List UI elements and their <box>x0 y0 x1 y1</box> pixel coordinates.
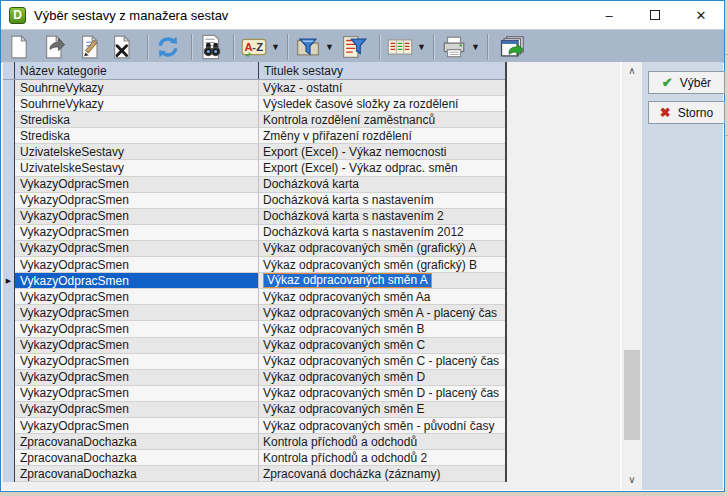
printer-icon <box>441 34 467 60</box>
table-row[interactable]: ZpracovanaDochazka Kontrola příchodů a o… <box>3 450 505 466</box>
cancel-button-label: Storno <box>678 106 713 120</box>
delete-report-button[interactable] <box>111 33 135 61</box>
category-cell: VykazyOdpracSmen <box>15 241 259 257</box>
refresh-icon <box>155 34 181 60</box>
table-row[interactable]: VykazyOdpracSmen Výkaz odpracovaných smě… <box>3 241 505 257</box>
table-row[interactable]: VykazyOdpracSmen Výkaz odpracovaných smě… <box>3 402 505 418</box>
refresh-button[interactable] <box>155 33 181 61</box>
category-cell: VykazyOdpracSmen <box>15 209 259 225</box>
print-button[interactable]: ▼ <box>441 33 480 61</box>
title-text: Výkaz odpracovaných směn D <box>263 370 425 384</box>
category-cell: VykazyOdpracSmen <box>15 370 259 386</box>
filter-list-button[interactable] <box>341 33 367 61</box>
category-cell: SouhrneVykazy <box>15 80 259 96</box>
title-text: Zpracovaná docházka (záznamy) <box>263 467 440 481</box>
table-row[interactable]: VykazyOdpracSmen Docházková karta s nast… <box>3 225 505 241</box>
check-icon: ✔ <box>662 75 673 90</box>
row-indicator-cell <box>3 225 15 241</box>
table-row[interactable]: VykazyOdpracSmen Výkaz odpracovaných smě… <box>3 386 505 402</box>
category-cell: VykazyOdpracSmen <box>15 289 259 305</box>
table-row[interactable]: VykazyOdpracSmen Výkaz odpracovaných smě… <box>3 289 505 305</box>
maximize-button[interactable] <box>632 1 678 29</box>
table-row[interactable]: ZpracovanaDochazka Kontrola příchodů a o… <box>3 434 505 450</box>
table-row[interactable]: VykazyOdpracSmen Výkaz odpracovaných smě… <box>3 321 505 337</box>
table-row[interactable]: ▶ VykazyOdpracSmen Výkaz odpracovaných s… <box>3 273 505 289</box>
chevron-down-icon: ▼ <box>417 42 426 52</box>
table-row[interactable]: SouhrneVykazy Výsledek časové složky za … <box>3 96 505 112</box>
row-indicator-cell <box>3 466 15 482</box>
edit-report-button[interactable] <box>79 33 103 61</box>
minimize-button[interactable]: – <box>586 1 632 29</box>
table-row[interactable]: VykazyOdpracSmen Výkaz odpracovaných smě… <box>3 338 505 354</box>
dialog-content: Název kategorie Titulek sestavy SouhrneV… <box>2 62 723 490</box>
table-row[interactable]: UzivatelskeSestavy Export (Excel) - Výka… <box>3 160 505 176</box>
scrollbar-thumb[interactable] <box>624 350 640 440</box>
table-header: Název kategorie Titulek sestavy <box>3 62 505 80</box>
row-indicator-cell <box>3 193 15 209</box>
table-row[interactable]: UzivatelskeSestavy Export (Excel) - Výka… <box>3 144 505 160</box>
row-indicator-cell <box>3 450 15 466</box>
table-row[interactable]: VykazyOdpracSmen Výkaz odpracovaných smě… <box>3 370 505 386</box>
title-text: Kontrola příchodů a odchodů <box>263 435 417 449</box>
title-cell: Kontrola rozdělení zaměstnanců <box>259 112 505 128</box>
category-cell: SouhrneVykazy <box>15 96 259 112</box>
row-indicator-cell <box>3 289 15 305</box>
table-row[interactable]: VykazyOdpracSmen Výkaz odpracovaných smě… <box>3 418 505 434</box>
title-cell: Docházková karta s nastavením 2 <box>259 209 505 225</box>
title-cell: Zpracovaná docházka (záznamy) <box>259 466 505 482</box>
title-cell: Výkaz odpracovaných směn D - placený čas <box>259 386 505 402</box>
find-button[interactable] <box>199 33 225 61</box>
title-text: Výkaz odpracovaných směn - původní časy <box>263 419 494 433</box>
column-header-category[interactable]: Název kategorie <box>15 62 259 79</box>
table-row[interactable]: VykazyOdpracSmen Výkaz odpracovaných smě… <box>3 354 505 370</box>
select-button-label: Výběr <box>680 76 711 90</box>
filter-button[interactable]: ▼ <box>295 33 334 61</box>
title-text: Změny v přiřazení rozdělení <box>263 129 412 143</box>
scroll-down-icon[interactable]: ∨ <box>622 471 642 488</box>
row-indicator-cell <box>3 96 15 112</box>
title-cell: Výkaz odpracovaných směn C <box>259 338 505 354</box>
title-text: Výkaz odpracovaných směn A - placený čas <box>263 306 497 320</box>
table-row[interactable]: VykazyOdpracSmen Výkaz odpracovaných smě… <box>3 257 505 273</box>
window-green-arrow-icon <box>499 34 527 60</box>
title-text: Výkaz odpracovaných směn B <box>263 322 424 336</box>
title-cell: Docházková karta <box>259 177 505 193</box>
row-indicator-cell <box>3 338 15 354</box>
chevron-down-icon: ▼ <box>325 42 334 52</box>
table-row[interactable]: VykazyOdpracSmen Docházková karta <box>3 177 505 193</box>
table-row[interactable]: VykazyOdpracSmen Docházková karta s nast… <box>3 193 505 209</box>
title-cell: Výkaz odpracovaných směn - původní časy <box>259 418 505 434</box>
export-button[interactable] <box>499 33 527 61</box>
row-indicator-cell <box>3 386 15 402</box>
table-row[interactable]: Strediska Kontrola rozdělení zaměstnanců <box>3 112 505 128</box>
title-text: Výkaz odpracovaných směn C <box>263 338 425 352</box>
table-body: SouhrneVykazy Výkaz - ostatní SouhrneVyk… <box>3 80 505 482</box>
close-button[interactable]: ✕ <box>678 1 724 29</box>
table-row[interactable]: VykazyOdpracSmen Docházková karta s nast… <box>3 209 505 225</box>
title-text: Kontrola rozdělení zaměstnanců <box>263 113 435 127</box>
cancel-button[interactable]: ✖ Storno <box>648 101 725 124</box>
row-indicator-cell <box>3 370 15 386</box>
table-row[interactable]: SouhrneVykazy Výkaz - ostatní <box>3 80 505 96</box>
table-row[interactable]: ZpracovanaDochazka Zpracovaná docházka (… <box>3 466 505 482</box>
report-table: Název kategorie Titulek sestavy SouhrneV… <box>3 62 507 482</box>
columns-button[interactable]: ▼ <box>387 33 426 61</box>
new-report-button[interactable] <box>7 33 31 61</box>
select-button[interactable]: ✔ Výběr <box>648 71 725 94</box>
sort-button[interactable]: A - Z ▼ <box>241 33 280 61</box>
app-icon: D <box>9 7 26 24</box>
category-cell: VykazyOdpracSmen <box>15 193 259 209</box>
row-indicator-cell <box>3 80 15 96</box>
column-header-title[interactable]: Titulek sestavy <box>259 62 505 79</box>
document-arrow-icon <box>43 35 67 59</box>
chevron-down-icon: ▼ <box>471 42 480 52</box>
action-panel: ✔ Výběr ✖ Storno <box>642 62 723 490</box>
vertical-scrollbar[interactable]: ∧ ∨ <box>620 62 642 490</box>
table-row[interactable]: VykazyOdpracSmen Výkaz odpracovaných smě… <box>3 305 505 321</box>
scroll-up-icon[interactable]: ∧ <box>622 62 642 79</box>
table-row[interactable]: Strediska Změny v přiřazení rozdělení <box>3 128 505 144</box>
title-cell: Výkaz odpracovaných směn A <box>259 273 505 289</box>
open-report-button[interactable] <box>43 33 67 61</box>
blank-document-icon <box>7 35 31 59</box>
title-cell: Kontrola příchodů a odchodů 2 <box>259 450 505 466</box>
